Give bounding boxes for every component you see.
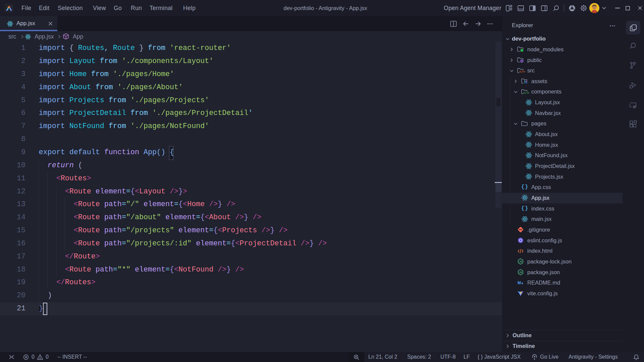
svg-text:JS: JS: [519, 260, 522, 263]
svg-text:JS: JS: [519, 271, 522, 274]
svg-text:</>: </>: [519, 70, 525, 74]
svg-text:</>: </>: [523, 91, 529, 95]
svg-text:M: M: [518, 281, 521, 285]
